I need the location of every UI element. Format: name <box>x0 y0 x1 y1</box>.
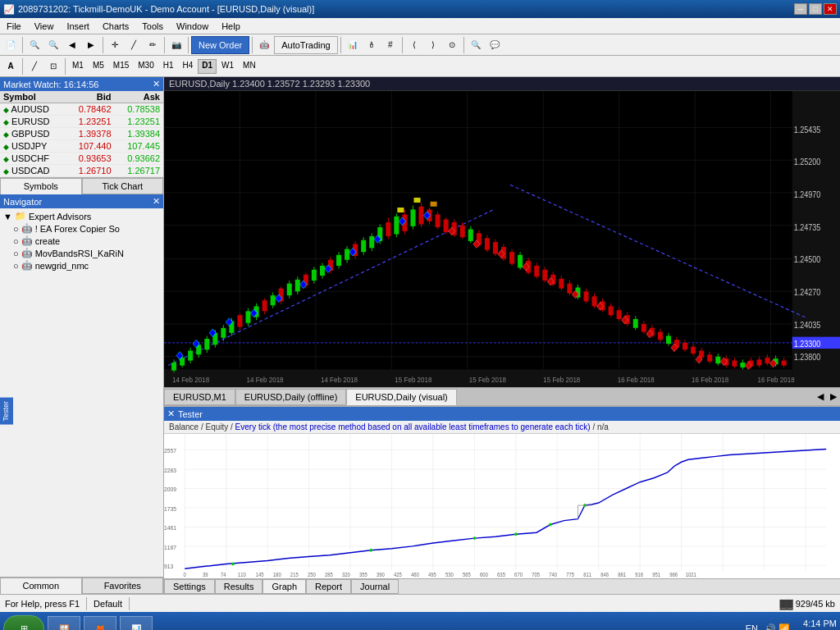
scroll-right-button[interactable]: ▶ <box>82 36 100 54</box>
text-tool-button[interactable]: A <box>2 57 20 75</box>
nav-tab-favorites[interactable]: Favorites <box>82 578 164 594</box>
nav-item-0[interactable]: ▼📁Expert Advisors <box>2 210 162 222</box>
nav-item-2[interactable]: ○🤖create <box>2 235 162 247</box>
svg-point-253 <box>473 536 476 540</box>
tf-m15[interactable]: M15 <box>109 59 133 74</box>
minimize-button[interactable]: ─ <box>794 3 807 15</box>
tester-tab-results[interactable]: Results <box>215 579 263 594</box>
svg-rect-69 <box>320 266 325 276</box>
chart-header: EURUSD,Daily 1.23400 1.23572 1.23293 1.2… <box>164 77 840 91</box>
nav-expand-icon: ○ <box>13 224 19 234</box>
zoom-fit-button[interactable]: ⊙ <box>443 36 461 54</box>
market-watch-row[interactable]: ◆ USDJPY 107.440 107.445 <box>0 140 163 153</box>
mw-tab-tick-chart[interactable]: Tick Chart <box>82 178 164 194</box>
chart-scroll-left-icon[interactable]: ◀ <box>814 390 827 404</box>
market-watch-close-icon[interactable]: ✕ <box>153 79 160 89</box>
nav-item-1[interactable]: ○🤖! EA Forex Copier So <box>2 222 162 235</box>
chart-type-button[interactable]: 🕯 <box>363 36 381 54</box>
close-button[interactable]: ✕ <box>824 3 837 15</box>
next-chart-button[interactable]: ⟩ <box>424 36 442 54</box>
new-chart-button[interactable]: 📄 <box>2 36 20 54</box>
tester-tab-graph[interactable]: Graph <box>262 579 306 594</box>
taskbar-app-mt4[interactable]: 📊 <box>120 616 153 630</box>
tf-w1[interactable]: W1 <box>217 59 238 74</box>
mw-tab-symbols[interactable]: Symbols <box>0 178 82 194</box>
tick-method-label: Every tick (the most precise method base… <box>235 422 591 431</box>
zoom-out-button[interactable]: 🔍 <box>44 36 62 54</box>
tf-m30[interactable]: M30 <box>134 59 158 74</box>
tester-tab-journal[interactable]: Journal <box>351 579 399 594</box>
toolbar-row-2: A ╱ ⊡ M1 M5 M15 M30 H1 H4 D1 W1 MN <box>0 56 840 77</box>
svg-rect-210 <box>431 202 437 207</box>
market-watch-row[interactable]: ◆ USDCHF 0.93653 0.93662 <box>0 153 163 165</box>
svg-rect-139 <box>609 306 614 315</box>
prev-chart-button[interactable]: ⟨ <box>405 36 423 54</box>
menu-insert[interactable]: Insert <box>60 20 96 33</box>
zoom-in-button[interactable]: 🔍 <box>25 36 43 54</box>
svg-text:1461: 1461 <box>164 524 176 532</box>
crosshair-button[interactable]: ✛ <box>106 36 124 54</box>
tester-side-label: Tester <box>0 398 13 425</box>
menu-charts[interactable]: Charts <box>96 20 135 33</box>
start-button[interactable]: ⊞ <box>3 615 44 630</box>
draw-shape-button[interactable]: ⊡ <box>44 57 62 75</box>
navigator-close-icon[interactable]: ✕ <box>153 196 160 207</box>
market-watch-row[interactable]: ◆ GBPUSD 1.39378 1.39384 <box>0 128 163 140</box>
taskbar-app-firefox[interactable]: 🦊 <box>84 616 116 630</box>
tester-header: ✕ Tester <box>164 407 840 421</box>
menu-tools[interactable]: Tools <box>135 20 170 33</box>
market-watch-row[interactable]: ◆ USDCAD 1.26710 1.26717 <box>0 165 163 177</box>
tf-d1[interactable]: D1 <box>198 59 217 74</box>
pen-button[interactable]: ✏ <box>144 36 162 54</box>
svg-text:1187: 1187 <box>164 543 176 551</box>
menu-view[interactable]: View <box>28 20 61 33</box>
auto-trading-button[interactable]: AutoTrading <box>274 36 338 54</box>
chart-tab-m1[interactable]: EURUSD,M1 <box>164 389 235 405</box>
svg-rect-49 <box>237 315 242 326</box>
market-watch-row[interactable]: ◆ EURUSD 1.23251 1.23251 <box>0 116 163 128</box>
tester-tab-report[interactable]: Report <box>306 579 351 594</box>
new-order-button[interactable]: New Order <box>191 36 249 54</box>
scroll-left-button[interactable]: ◀ <box>63 36 81 54</box>
sep3 <box>164 37 165 53</box>
line-button[interactable]: ╱ <box>125 36 143 54</box>
chart-scroll-right-icon[interactable]: ▶ <box>827 390 840 404</box>
svg-text:16 Feb 2018: 16 Feb 2018 <box>692 375 728 384</box>
svg-text:1.24270: 1.24270 <box>794 287 821 297</box>
tf-m5[interactable]: M5 <box>89 59 108 74</box>
search-button[interactable]: 🔍 <box>467 36 485 54</box>
tester-close-icon[interactable]: ✕ <box>167 409 175 419</box>
chart-canvas[interactable]: 1.25435 1.25200 1.24970 1.24735 1.24500 … <box>164 91 840 387</box>
tf-h1[interactable]: H1 <box>159 59 178 74</box>
graph-area[interactable]: 2557 2283 2009 1735 1461 1187 913 <box>164 434 840 578</box>
tester-tab-settings[interactable]: Settings <box>164 579 215 594</box>
menu-window[interactable]: Window <box>170 20 215 33</box>
tf-h4[interactable]: H4 <box>179 59 198 74</box>
ask-cell: 1.23251 <box>115 116 163 128</box>
svg-rect-123 <box>542 270 547 281</box>
menu-file[interactable]: File <box>0 20 28 33</box>
terminal-button[interactable]: 💬 <box>486 36 504 54</box>
chart-tab-daily-visual[interactable]: EURUSD,Daily (visual) <box>346 389 456 405</box>
svg-text:215: 215 <box>290 572 299 578</box>
market-watch-header: Market Watch: 16:14:56 ✕ <box>0 77 163 91</box>
nav-tab-common[interactable]: Common <box>0 578 82 594</box>
tf-mn[interactable]: MN <box>239 59 260 74</box>
tf-m1[interactable]: M1 <box>68 59 88 74</box>
svg-rect-135 <box>592 296 597 306</box>
svg-rect-175 <box>757 359 762 365</box>
nav-item-4[interactable]: ○🤖newgrid_nmc <box>2 259 162 272</box>
market-watch-row[interactable]: ◆ AUDUSD 0.78462 0.78538 <box>0 103 163 116</box>
screenshot-button[interactable]: 📷 <box>167 36 185 54</box>
grid-button[interactable]: # <box>381 36 399 54</box>
bid-cell: 0.78462 <box>66 103 114 116</box>
chart-tab-daily-offline[interactable]: EURUSD,Daily (offline) <box>235 389 347 405</box>
svg-rect-109 <box>485 238 490 249</box>
draw-line-button[interactable]: ╱ <box>25 57 43 75</box>
indicators-button[interactable]: 📊 <box>344 36 362 54</box>
nav-item-3[interactable]: ○🤖MovBandsRSI_KaRiN <box>2 247 162 259</box>
svg-rect-151 <box>658 332 663 340</box>
menu-help[interactable]: Help <box>215 20 247 33</box>
taskbar-app-windows[interactable]: 🪟 <box>48 616 80 630</box>
restore-button[interactable]: □ <box>809 3 822 15</box>
